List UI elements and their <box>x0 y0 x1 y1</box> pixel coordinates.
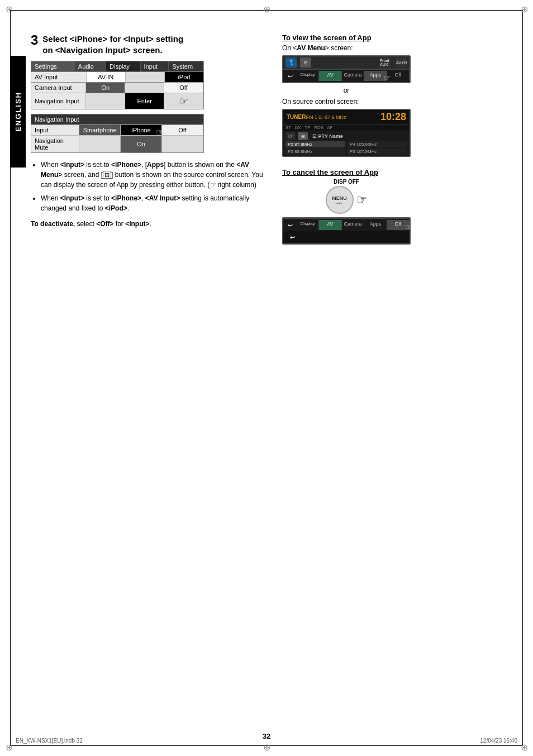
cancel-btn-display: Display <box>297 220 319 230</box>
cell-off-nav: Off <box>162 125 203 135</box>
cell-on: On <box>86 83 125 93</box>
cell-nav-label: Navigation Input <box>31 93 86 109</box>
step-heading: 3 Select <iPhone> for <Input> setting on… <box>31 34 271 55</box>
btn-apps: Apps ☞ <box>364 71 387 81</box>
cancel-section-title: To cancel the screen of App <box>282 168 516 176</box>
menu-button[interactable]: MENU ••• <box>326 186 354 214</box>
tuner-header: TUNER FM 1 ⊡ 87.9 MHz 10:28 <box>283 110 410 125</box>
view-subtitle: On <AV Menu> screen: <box>282 44 516 52</box>
cell-av-in: AV-IN <box>87 72 126 82</box>
tuner-freq-row2: P2 89.9MHz P5 107.9MHz <box>285 149 407 155</box>
menu-dots: ••• <box>336 201 342 205</box>
nav-input-section: Navigation Input Input Smartphone iPhone… <box>31 114 204 153</box>
cell-camera-empty <box>125 83 164 93</box>
cell-smartphone: Smartphone <box>79 125 121 135</box>
step-title-line1: Select <iPhone> for <Input> setting <box>42 34 183 44</box>
reg-mark-tr: ⊕ <box>520 4 529 13</box>
cancel-btn-av: AV <box>319 220 341 230</box>
nav-input-row-input: Input Smartphone iPhone ☞ Off <box>31 125 203 135</box>
main-content: 3 Select <iPhone> for <Input> setting on… <box>31 17 516 734</box>
right-column: To view the screen of App On <AV Menu> s… <box>282 34 516 247</box>
cell-mute-empty <box>79 136 121 152</box>
reg-mark-br: ⊕ <box>520 743 529 752</box>
cancel-btn-apps: Apps <box>364 220 387 230</box>
cell-ipod: iPod <box>165 72 203 82</box>
freq-p2-87: P2 87.9MHz <box>285 141 345 147</box>
cancel-btn-camera: Camera <box>342 220 364 230</box>
cell-mute-on: On <box>121 136 162 152</box>
bullet-item-1: When <Input> is set to <iPhone>, [Apps] … <box>41 160 271 190</box>
header-audio: Audio <box>75 61 106 71</box>
source-control-label: On source control screen: <box>282 98 516 106</box>
header-input: Input <box>141 61 169 71</box>
cell-off-camera: Off <box>164 83 203 93</box>
cancel-section: To cancel the screen of App DISP OFF MEN… <box>282 168 516 245</box>
reg-mark-bc: ⊕ <box>262 743 271 752</box>
english-label: ENGLISH <box>14 92 22 132</box>
cell-av-empty <box>126 72 165 82</box>
nav-input-header: Navigation Input <box>31 114 203 125</box>
footer-left: EN_KW-NSX1[EU].indb 32 <box>16 738 83 744</box>
settings-row-nav: Navigation Input Enter ☞ <box>31 93 203 109</box>
av-menu-top-bar: ⊞ Front AUX AV Off <box>283 56 410 69</box>
nav-input-row-mute: Navigation Mute On <box>31 135 203 152</box>
cell-mute-empty2 <box>162 136 203 152</box>
reg-mark-tl: ⊕ <box>4 4 13 13</box>
av-menu-screen: ⊞ Front AUX AV Off ↩ Display AV Camera A… <box>282 55 411 83</box>
bullet-item-2: When <Input> is set to <iPhone>, <AV Inp… <box>41 193 271 213</box>
header-settings: Settings <box>31 61 75 71</box>
freq-p4-105: P4 105.9MHz <box>348 141 407 147</box>
front-aux-label: Front AUX <box>380 58 391 68</box>
settings-table-header: Settings Audio Display Input System <box>31 61 203 71</box>
cancel-av-menu-bottom-bar: ↩ Display AV Camera Apps Off ☞ <box>283 218 410 231</box>
bluetooth-icon <box>285 58 297 68</box>
back-button: ↩ <box>283 71 297 81</box>
cancel-back-button: ↩ <box>283 220 297 230</box>
cell-enter: Enter <box>125 93 164 109</box>
step-number: 3 <box>31 34 38 47</box>
tuner-label: TUNER <box>287 114 306 120</box>
cell-input-label: Input <box>31 125 79 135</box>
disp-off-label: DISP OFF <box>282 179 411 185</box>
tuner-icon-grid: ⊞ <box>298 132 308 140</box>
av-off-label: AV Off <box>396 58 407 68</box>
cell-av-input-label: AV Input <box>31 72 87 82</box>
tuner-pty: ⊡ PTY Name <box>310 133 343 139</box>
reg-mark-tc: ⊕ <box>262 4 271 13</box>
tuner-time: 10:28 <box>380 111 406 123</box>
left-column: 3 Select <iPhone> for <Input> setting on… <box>31 34 271 228</box>
tuner-freq-row1: P2 87.9MHz P4 105.9MHz <box>285 141 407 147</box>
cell-nav-empty1 <box>86 93 125 109</box>
page-border-right <box>522 10 523 746</box>
to-deactivate: To deactivate, select <Off> for <Input>. <box>31 220 271 228</box>
btn-display: Display <box>297 71 319 81</box>
header-display: Display <box>106 61 141 71</box>
tuner-pty-row: ☞ ⊞ ⊡ PTY Name <box>285 132 407 140</box>
tuner-screen: TUNER FM 1 ⊡ 87.9 MHz 10:28 ST DX TP RDS… <box>282 109 411 157</box>
btn-camera: Camera <box>342 71 364 81</box>
freq-p5-107: P5 107.9MHz <box>348 149 407 155</box>
tuner-icon-hand: ☞ <box>285 132 296 140</box>
settings-row-av: AV Input AV-IN iPod <box>31 71 203 82</box>
tuner-freq: FM 1 ⊡ 87.9 MHz <box>306 114 346 120</box>
hand-cursor-icon: ☞ <box>356 193 368 207</box>
header-system: System <box>169 61 203 71</box>
cancel-btn-off: Off ☞ <box>387 220 410 230</box>
page-number: 32 <box>263 732 270 740</box>
settings-table: Settings Audio Display Input System AV I… <box>31 61 204 109</box>
btn-av: AV <box>319 71 341 81</box>
footer-right: 12/04/23 16:40 <box>480 738 517 744</box>
reg-mark-bl: ⊕ <box>4 743 13 752</box>
cell-iphone: iPhone ☞ <box>121 125 162 135</box>
av-menu-bottom-bar: ↩ Display AV Camera Apps ☞ Off <box>283 69 410 82</box>
cell-camera-label: Camera Input <box>31 83 86 93</box>
settings-row-camera: Camera Input On Off <box>31 82 203 93</box>
cell-nav-mute-label: Navigation Mute <box>31 136 79 152</box>
menu-button-container: MENU ••• ☞ <box>282 186 411 214</box>
to-deactivate-label: To deactivate, <box>31 220 75 228</box>
cancel-screen-back: ↩ <box>285 232 299 242</box>
to-deactivate-text: select <Off> for <Input>. <box>77 220 151 228</box>
menu-label: MENU <box>332 195 347 201</box>
view-section-title: To view the screen of App <box>282 34 516 42</box>
or-text: or <box>282 87 411 94</box>
